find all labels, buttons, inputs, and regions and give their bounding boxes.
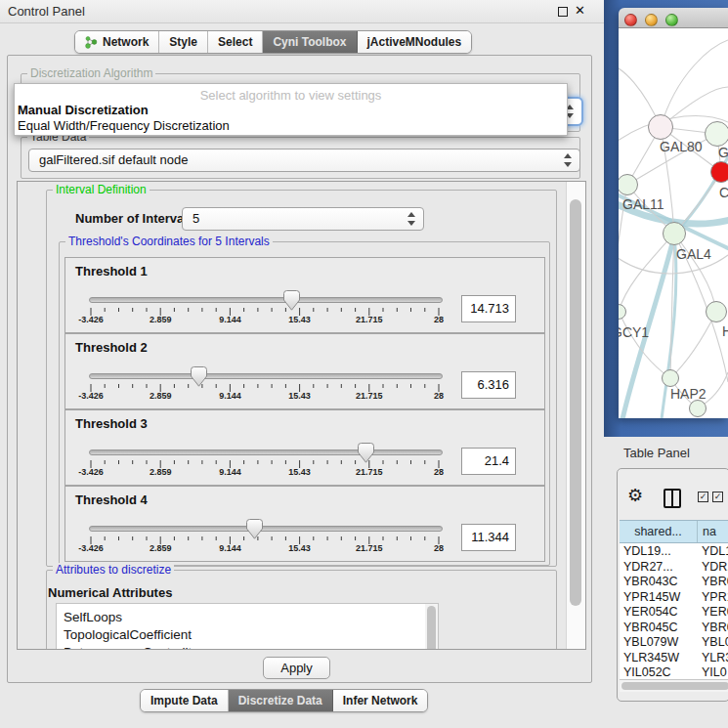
table-row[interactable]: YBR045CYBR0 [620,620,728,635]
cell-shared-name: YER054C [623,605,678,619]
tab-label: jActiveMNodules [367,35,462,49]
close-traffic-light-icon[interactable] [624,14,637,26]
top-tab-bar: NetworkStyleSelectCyni ToolboxjActiveMNo… [74,30,472,54]
cell-shared-name: YBR045C [623,621,678,634]
slider-track[interactable] [89,526,443,532]
table-row[interactable]: YPR145WYPR1 [620,589,728,605]
table-data-group: Table Data galFiltered.sif default node [21,137,580,179]
network-node-c[interactable] [710,161,728,183]
cell-shared-name: YLR345W [623,651,679,664]
cell-name: YBL0 [702,635,728,649]
tab-label: Style [169,35,197,49]
slider-thumb[interactable] [283,290,300,311]
group-title: Discretization Algorithm [27,66,155,80]
scrollbar-thumb[interactable] [427,606,436,650]
network-canvas[interactable]: GAL80GACGAL11GAL4GCY1HHAP2 [619,28,728,418]
number-of-intervals-label: Number of Intervals [75,211,194,226]
slider-tick-label: -3.426 [78,543,104,553]
slider-thumb[interactable] [358,443,374,463]
float-window-icon[interactable] [558,7,568,17]
attribute-list-item[interactable]: TopologicalCoefficient [57,626,437,644]
apply-button[interactable]: Apply [263,657,330,679]
threshold-panel-4: Threshold 4-3.4262.8599.14415.4321.71528… [64,486,545,562]
checkbox-icon[interactable]: ✓ [712,492,723,502]
threshold-value-field[interactable]: 11.344 [461,524,516,551]
tab-cyni-toolbox[interactable]: Cyni Toolbox [263,31,357,53]
table-row[interactable]: YER054CYER0 [620,604,728,620]
table-row[interactable]: YIL052CYIL0 [620,664,728,679]
settings-scroll-pane: Interval Definition Number of Intervals … [17,181,586,650]
table-row[interactable]: YBR043CYBR0 [620,574,728,589]
threshold-value-field[interactable]: 6.316 [461,371,516,399]
network-node-hap2[interactable] [662,369,679,387]
gear-icon[interactable]: ⚙ [627,486,643,505]
attributes-list-scrollbar[interactable] [425,603,439,650]
close-icon[interactable]: ✕ [575,3,585,19]
slider-track[interactable] [89,297,443,303]
cell-name: YIL0 [702,665,727,679]
column-header-name[interactable]: na [698,521,728,542]
scrollbar-thumb[interactable] [570,199,581,606]
node-label: GAL80 [660,139,703,154]
slider-tick-marks [89,536,441,545]
table-row[interactable]: YLR345WYLR3 [620,650,728,665]
table-horizontal-scrollbar[interactable] [620,679,728,692]
dropdown-option-equal-width-frequency[interactable]: Equal Width/Frequency Discretization [18,118,230,133]
slider-thumb[interactable] [246,519,263,539]
cell-name: YPR1 [702,590,728,604]
network-window-titlebar[interactable] [619,8,728,28]
tab-label: Infer Network [343,694,418,707]
network-node-ga[interactable] [705,121,728,147]
slider-track[interactable] [89,373,443,379]
tab-select[interactable]: Select [208,31,263,53]
threshold-value-field[interactable]: 14.713 [461,295,516,322]
numerical-attributes-list[interactable]: SelfLoopsTopologicalCoefficientBetweenne… [56,603,438,650]
network-node[interactable] [689,400,707,417]
table-data-combobox[interactable]: galFiltered.sif default node [28,149,580,172]
table-row[interactable]: YBL079WYBL0 [620,634,728,650]
tab-infer-network[interactable]: Infer Network [333,690,428,711]
cell-name: YBR0 [702,575,728,588]
network-node-gal4[interactable] [663,222,686,245]
column-header-shared-name[interactable]: shared... [620,521,698,542]
column-layout-icon[interactable] [664,489,681,508]
tab-discretize-data[interactable]: Discretize Data [229,690,333,711]
control-panel-titlebar: Control Panel ✕ [0,0,604,23]
combo-stepper-icon [564,153,573,167]
table-panel-title: Table Panel [623,446,690,460]
tab-label: Cyni Toolbox [273,35,346,49]
zoom-traffic-light-icon[interactable] [665,14,678,26]
scrollbar-thumb[interactable] [621,682,728,690]
table-panel: ⚙ ✓ ✓ shared... na YDL19...YDL1YDR27...Y… [617,468,728,702]
tab-label: Discretize Data [238,694,322,707]
slider-tick-label: 15.43 [288,543,311,553]
attribute-list-item[interactable]: BetweennessCentrality [57,644,437,650]
tab-impute-data[interactable]: Impute Data [141,690,229,711]
tab-style[interactable]: Style [159,31,208,53]
slider-tick-label: 2.859 [150,467,172,477]
slider-tick-label: 2.859 [150,543,172,553]
slider-track[interactable] [89,450,443,455]
cell-name: YBR0 [702,621,728,634]
combo-value: 5 [193,211,199,226]
cell-shared-name: YBL079W [623,635,678,649]
slider-tick-label: -3.426 [78,467,104,477]
network-node-gal80[interactable] [648,114,673,140]
cell-name: YDR2 [702,560,728,574]
table-row[interactable]: YDL19...YDL1 [620,543,728,559]
tab-jactivemnodules[interactable]: jActiveMNodules [358,31,472,53]
dropdown-option-manual-discretization[interactable]: Manual Discretization [18,103,149,117]
dropdown-placeholder-option[interactable]: Select algorithm to view settings [15,88,567,103]
checkbox-icon[interactable]: ✓ [698,492,708,502]
attribute-list-item[interactable]: SelfLoops [57,609,437,626]
settings-vertical-scrollbar[interactable] [566,182,585,649]
threshold-label: Threshold 4 [75,492,148,507]
slider-thumb[interactable] [191,366,207,387]
threshold-value-field[interactable]: 21.4 [461,448,516,475]
minimize-traffic-light-icon[interactable] [645,14,658,26]
tab-network[interactable]: Network [75,31,159,53]
bottom-tab-bar: Impute DataDiscretize DataInfer Network [140,689,428,712]
network-node-h[interactable] [706,301,727,322]
number-of-intervals-combobox[interactable]: 5 [182,207,424,231]
table-row[interactable]: YDR27...YDR2 [620,559,728,575]
